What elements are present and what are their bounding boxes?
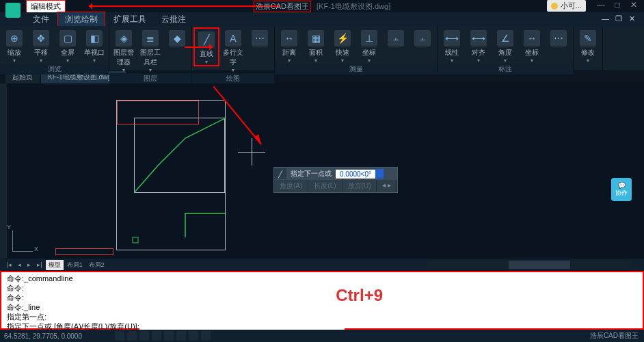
svg-line-1: [213, 86, 261, 144]
doc-close-icon[interactable]: ✕: [629, 14, 639, 24]
drawing-frame: [116, 100, 226, 250]
layout-nav-first[interactable]: |◂: [4, 261, 14, 269]
quick-button[interactable]: ⚡快速▾: [330, 27, 355, 64]
overlay-ctrl9: Ctrl+9: [336, 286, 383, 305]
area-icon: ▦: [308, 30, 324, 47]
pan-icon: ✥: [33, 30, 49, 47]
coord-button[interactable]: ⊥坐标▾: [356, 27, 382, 64]
layer-tools-button[interactable]: ≣图层工具栏▾: [137, 27, 163, 73]
zoom-button[interactable]: ⊕缩放▾: [1, 27, 27, 64]
viewport-icon: ◧: [86, 30, 103, 47]
fullscreen-icon: ▢: [59, 30, 76, 47]
layout-nav-next[interactable]: ▸: [25, 261, 33, 269]
h-scrollbar[interactable]: [427, 261, 632, 269]
quick-icon: ⚡: [334, 30, 351, 47]
svg-rect-0: [133, 237, 138, 243]
mtext-button[interactable]: A多行文字▾: [220, 27, 246, 73]
doc-restore-icon[interactable]: ❐: [615, 14, 625, 24]
cmd-line: 命令:: [7, 293, 637, 302]
svg-marker-2: [254, 134, 261, 144]
opt-length[interactable]: 长度(L): [308, 180, 342, 192]
draw-more-icon: ⋯: [252, 30, 268, 47]
dim-coord-button[interactable]: ↔坐标▾: [519, 27, 545, 64]
ucs-icon: Y X: [12, 231, 33, 252]
user-name: 小可...: [561, 1, 582, 11]
red-rect: [117, 101, 199, 124]
viewport-button[interactable]: ◧单视口▾: [81, 27, 107, 64]
layout-nav-prev[interactable]: ◂: [15, 261, 24, 269]
prompt-selection: [375, 169, 384, 179]
otrack-toggle[interactable]: [176, 331, 186, 341]
prompt-text: 指定下一点或: [286, 168, 336, 180]
user-chip[interactable]: 小可...: [547, 0, 586, 12]
avatar-icon: [551, 3, 558, 10]
layout-tabs: |◂ ◂ ▸ ▸| 模型 布局1 布局2: [0, 259, 644, 271]
menubar: 文件 浏览绘制 扩展工具 云批注 — ❐ ✕: [0, 12, 644, 26]
layout-nav-last[interactable]: ▸|: [34, 261, 44, 269]
opt-angle[interactable]: 角度(A): [274, 180, 308, 192]
line-icon: ╱: [274, 168, 286, 179]
status-toggles: [115, 331, 211, 341]
file-title: [KF-1电缆敷设图.dwg]: [317, 1, 390, 12]
annotation-arrow-diag: [213, 86, 268, 151]
close-button[interactable]: ✕: [626, 0, 641, 11]
cmd-line: 指定第一点:: [7, 312, 637, 321]
snap-toggle[interactable]: [115, 331, 124, 341]
chat-icon: 💬: [618, 182, 626, 189]
draw-more-button[interactable]: ⋯: [247, 27, 273, 47]
cmd-line: 命令:_commandline: [7, 274, 637, 283]
modify-button[interactable]: ✎修改▾: [575, 27, 601, 64]
aligned-icon: ⟷: [470, 30, 487, 47]
opt-undo[interactable]: 放弃(U): [343, 180, 377, 192]
drawing-canvas[interactable]: ╱ 指定下一点或 0.0000<0° 角度(A) 长度(L) 放弃(U) ◂ ▸…: [0, 83, 644, 259]
grid-toggle[interactable]: [127, 331, 137, 341]
dyn-toggle[interactable]: [201, 331, 211, 341]
layer-extra-icon: ◆: [169, 30, 185, 47]
aligned-button[interactable]: ⟷对齐▾: [466, 27, 492, 64]
statusbar: 64.5281, 29.7705, 0.0000 浩辰CAD看图王: [0, 330, 644, 342]
pan-button[interactable]: ✥平移▾: [28, 27, 54, 64]
maximize-button[interactable]: □: [610, 0, 625, 11]
layer-extra-button[interactable]: ◆: [164, 27, 190, 47]
menu-ext-tools[interactable]: 扩展工具: [107, 12, 153, 27]
measure-b-icon: ⫠: [414, 30, 431, 47]
layout-model[interactable]: 模型: [46, 260, 64, 270]
ortho-toggle[interactable]: [139, 331, 149, 341]
minimize-button[interactable]: —: [593, 0, 608, 11]
lwt-toggle[interactable]: [189, 331, 198, 341]
dynamic-input[interactable]: ╱ 指定下一点或 0.0000<0° 角度(A) 长度(L) 放弃(U) ◂ ▸: [273, 167, 398, 193]
osnap-toggle[interactable]: [164, 331, 174, 341]
measure-b-button[interactable]: ⫠: [410, 27, 435, 47]
polar-toggle[interactable]: [152, 331, 161, 341]
dim-more-button[interactable]: ⋯: [546, 27, 572, 47]
opt-nav[interactable]: ◂ ▸: [377, 180, 397, 192]
linear-icon: ⟷: [444, 30, 460, 47]
mtext-icon: A: [225, 30, 241, 47]
cmd-line: 命令:: [7, 283, 637, 293]
layout-2[interactable]: 布局2: [86, 260, 107, 270]
cmd-line: 命令:_line: [7, 302, 637, 312]
brand-label: 浩辰CAD看图王: [590, 331, 639, 341]
layer-tools-icon: ≣: [142, 30, 159, 47]
distance-icon: ↔: [281, 30, 297, 47]
area-button[interactable]: ▦面积▾: [303, 27, 329, 64]
fullscreen-button[interactable]: ▢全屏▾: [55, 27, 81, 64]
layout-1[interactable]: 布局1: [64, 260, 85, 270]
angle-icon: ∠: [497, 30, 513, 47]
layer-mgr-button[interactable]: ◈图层管理器▾: [111, 27, 137, 73]
coord-icon: ⊥: [361, 30, 377, 47]
doc-minimize-icon[interactable]: —: [602, 14, 611, 24]
angle-button[interactable]: ∠角度▾: [492, 27, 518, 64]
linear-button[interactable]: ⟷线性▾: [439, 27, 465, 64]
dim-coord-icon: ↔: [524, 30, 540, 47]
prompt-value[interactable]: 0.0000<0°: [336, 170, 375, 179]
command-window[interactable]: 命令:_commandline 命令: 命令: 命令:_line 指定第一点: …: [0, 271, 644, 330]
menu-file[interactable]: 文件: [26, 12, 56, 27]
titlebar: 编辑模式 浩辰CAD看图王 [KF-1电缆敷设图.dwg] 小可... — □ …: [0, 0, 644, 12]
collab-badge[interactable]: 💬 协作: [611, 178, 632, 201]
distance-button[interactable]: ↔距离▾: [276, 27, 302, 64]
menu-cloud-annot[interactable]: 云批注: [155, 12, 193, 27]
app-icon[interactable]: [5, 3, 21, 18]
measure-a-button[interactable]: ⫠: [383, 27, 409, 47]
menu-browse-draw[interactable]: 浏览绘制: [57, 12, 105, 27]
